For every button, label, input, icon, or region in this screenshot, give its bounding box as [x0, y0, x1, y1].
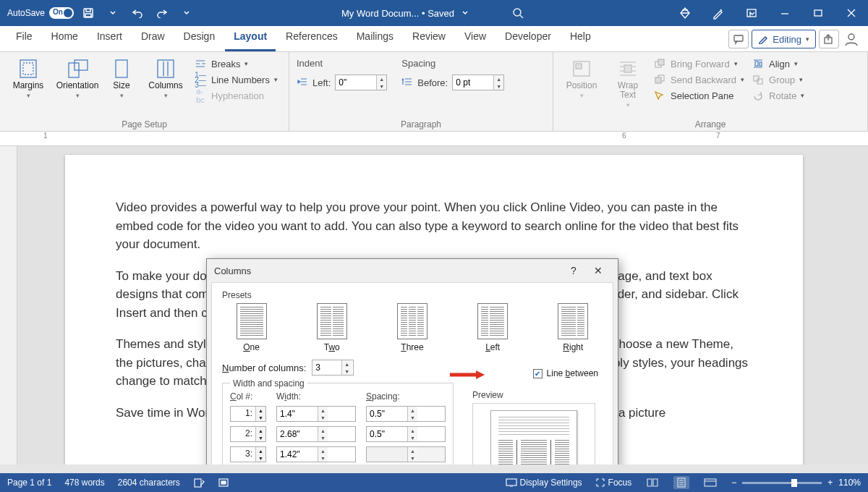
line-numbers-button[interactable]: 1—2—3—Line Numbers ▾: [194, 74, 278, 85]
size-button[interactable]: Size▾: [106, 56, 137, 99]
share-button[interactable]: [819, 30, 839, 48]
dialog-close-icon[interactable]: ✕: [586, 260, 610, 281]
svg-rect-24: [760, 62, 762, 66]
tab-file[interactable]: File: [7, 25, 41, 51]
dialog-title: Columns: [214, 266, 251, 276]
preset-one[interactable]: One: [237, 303, 267, 352]
preset-three[interactable]: Three: [397, 303, 427, 352]
preset-right[interactable]: Right: [558, 303, 588, 352]
line-between-checkbox[interactable]: ✔ Line between: [533, 368, 598, 378]
tab-draw[interactable]: Draw: [132, 25, 174, 51]
indent-left-input[interactable]: ▲▼: [335, 75, 387, 90]
svg-rect-32: [705, 479, 716, 486]
paragraph[interactable]: Video provides a powerful way to help yo…: [116, 198, 752, 254]
status-bar: Page 1 of 1 478 words 2604 characters Di…: [0, 473, 868, 492]
preset-left[interactable]: Left: [477, 303, 508, 352]
track-changes-icon[interactable]: [193, 478, 205, 488]
tab-help[interactable]: Help: [561, 25, 600, 51]
draw-icon[interactable]: [702, 0, 735, 26]
dialog-help-icon[interactable]: ?: [561, 260, 586, 281]
margins-button[interactable]: Margins▾: [7, 56, 49, 99]
send-backward-button[interactable]: Send Backward ▾: [653, 74, 744, 85]
hyphenation-button[interactable]: a-bcHyphenation: [194, 90, 278, 101]
tab-insert[interactable]: Insert: [88, 25, 131, 51]
num-columns-input[interactable]: ▲▼: [312, 360, 354, 376]
save-icon[interactable]: [78, 3, 98, 23]
comments-button[interactable]: [728, 30, 749, 48]
col-3-spacing[interactable]: ▲▼: [366, 446, 446, 462]
diamond-icon[interactable]: [668, 0, 702, 26]
maximize-icon[interactable]: [801, 0, 835, 26]
tab-references[interactable]: References: [277, 25, 346, 51]
tab-review[interactable]: Review: [404, 25, 454, 51]
col-1-width[interactable]: ▲▼: [276, 406, 356, 422]
spacing-before-input[interactable]: ▲▼: [452, 75, 504, 90]
horizontal-ruler[interactable]: 1 6 7: [0, 132, 868, 146]
ribbon-display-icon[interactable]: [735, 0, 768, 26]
bring-forward-button[interactable]: Bring Forward ▾: [653, 58, 744, 69]
char-count[interactable]: 2604 characters: [118, 478, 180, 488]
selection-pane-button[interactable]: Selection Pane: [653, 90, 744, 101]
document-title: My Word Docum... • Saved: [341, 8, 454, 19]
wrap-text-button[interactable]: Wrap Text▾: [610, 56, 646, 109]
col-1-spacing[interactable]: ▲▼: [366, 406, 446, 422]
redo-icon[interactable]: [152, 3, 172, 23]
svg-point-7: [848, 34, 854, 40]
col-2-num: 2:▲▼: [230, 426, 266, 442]
tab-view[interactable]: View: [456, 25, 495, 51]
orientation-button[interactable]: Orientation▾: [56, 56, 98, 99]
qat-dropdown-icon[interactable]: [103, 3, 123, 23]
columns-button[interactable]: Columns▾: [145, 56, 187, 99]
read-mode-icon[interactable]: [644, 476, 660, 489]
rotate-button[interactable]: Rotate ▾: [752, 90, 804, 101]
pencil-icon: [758, 34, 768, 44]
web-layout-icon[interactable]: [702, 476, 718, 489]
autosave-toggle[interactable]: AutoSave On: [7, 7, 74, 19]
editing-mode-button[interactable]: Editing ▾: [752, 30, 816, 48]
svg-rect-13: [158, 60, 174, 77]
page-count[interactable]: Page 1 of 1: [7, 478, 51, 488]
title-bar: AutoSave On My Word Docum... • Saved: [0, 0, 868, 26]
col-2-spacing[interactable]: ▲▼: [366, 426, 446, 442]
editing-mode-label: Editing: [773, 34, 801, 45]
align-button[interactable]: Align ▾: [752, 58, 804, 69]
col-3-width[interactable]: ▲▼: [276, 446, 356, 462]
qat-dropdown-2-icon[interactable]: [176, 3, 197, 23]
svg-rect-11: [75, 60, 88, 70]
col-2-width[interactable]: ▲▼: [276, 426, 356, 442]
indent-left-row: Left: ▲▼: [297, 75, 387, 90]
vertical-ruler[interactable]: [0, 146, 17, 465]
tab-design[interactable]: Design: [175, 25, 224, 51]
svg-rect-22: [655, 77, 661, 83]
tab-mailings[interactable]: Mailings: [348, 25, 402, 51]
tab-developer[interactable]: Developer: [496, 25, 560, 51]
preset-two[interactable]: Two: [317, 303, 347, 352]
zoom-slider[interactable]: − + 110%: [731, 478, 861, 488]
position-button[interactable]: Position▾: [561, 56, 603, 99]
word-count[interactable]: 478 words: [64, 478, 104, 488]
display-settings-button[interactable]: Display Settings: [506, 478, 582, 488]
tab-layout[interactable]: Layout: [225, 25, 276, 51]
zoom-in-icon[interactable]: +: [827, 478, 833, 488]
num-columns-label: Number of columns:: [222, 362, 306, 373]
undo-icon[interactable]: [127, 3, 148, 23]
print-layout-icon[interactable]: [673, 476, 689, 489]
indent-left-icon: [297, 77, 308, 89]
col-3-num: 3:▲▼: [230, 446, 266, 462]
zoom-out-icon[interactable]: −: [731, 478, 736, 488]
macro-icon[interactable]: [218, 478, 229, 488]
zoom-level[interactable]: 110%: [838, 478, 861, 488]
minimize-icon[interactable]: [768, 0, 801, 26]
page-setup-group-label: Page Setup: [7, 118, 281, 130]
breaks-button[interactable]: Breaks ▾: [194, 58, 278, 69]
search-icon[interactable]: [512, 7, 524, 19]
indent-label: Indent: [297, 58, 387, 69]
svg-point-2: [514, 9, 521, 16]
tab-home[interactable]: Home: [43, 25, 87, 51]
close-icon[interactable]: [835, 0, 868, 26]
paragraph-group-label: Paragraph: [297, 118, 545, 130]
presets-label: Presets: [222, 290, 603, 300]
account-icon[interactable]: [842, 30, 861, 48]
group-button[interactable]: Group ▾: [752, 74, 804, 85]
focus-button[interactable]: Focus: [595, 478, 632, 488]
